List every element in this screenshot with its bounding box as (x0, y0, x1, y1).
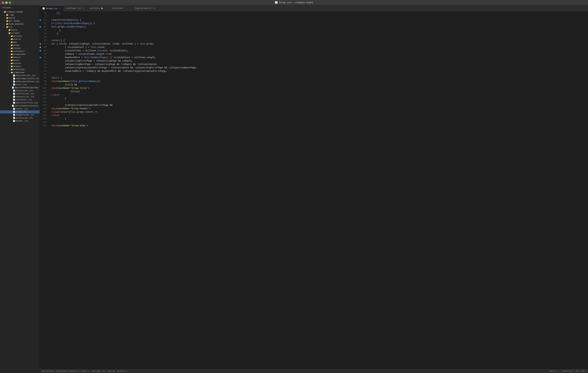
line-number-82: 82 (40, 25, 48, 29)
tree-arrow-organisms: ▾ (8, 72, 10, 74)
tree-item-collection[interactable]: 📄Collection.jsx (0, 89, 40, 92)
code-line-102: </div> (51, 93, 588, 97)
tree-item-editorcontrol[interactable]: 📄EditorControls.jsx (0, 101, 40, 104)
tree-item-container[interactable]: 📄Container.jsx (0, 98, 40, 101)
line-number-88: 88 (40, 46, 48, 49)
tree-item-footer[interactable]: 📄Footer.jsx (0, 107, 40, 110)
line-number-92: 92 (40, 59, 48, 63)
editor-content[interactable]: 7879808182838485868788899091929394959697… (40, 11, 588, 369)
tab-close-button[interactable]: × (83, 7, 84, 10)
tree-item-api[interactable]: ▸📁api (0, 41, 40, 44)
tree-arrow-modals: ▸ (8, 65, 10, 68)
tree-item-githooks[interactable]: ▸📁git-hooks (0, 20, 40, 22)
tree-item-actions[interactable]: ▸📁actions (0, 35, 40, 38)
code-line-86: render() { (51, 39, 588, 42)
line-number-89: 89 (40, 49, 48, 52)
tree-item-contactlist[interactable]: 📄ContactList.jsx (0, 95, 40, 98)
tree-arrow-scripts: ▾ (5, 32, 8, 34)
tree-item-tmp[interactable]: ▸📁.tmp (0, 13, 40, 16)
tab-untitled2[interactable]: untitled (110, 5, 132, 11)
tree-item-fonts[interactable]: ▸📁fonts (0, 29, 40, 32)
tab-group[interactable]: ⬜Group.jsx× (40, 5, 63, 11)
code-content[interactable]: }); componentDidUpdate() { if (this.shou… (50, 11, 588, 369)
folder-icon: 📁 (6, 26, 9, 28)
code-line-105: {isExpectingInvalidatedFirstPage && (51, 104, 588, 107)
tree-label-build: build (9, 17, 15, 19)
tree-item-mixins[interactable]: ▸📁mixins (0, 62, 40, 65)
tree-item-chunks[interactable]: ▸📁chunks (0, 47, 40, 50)
line-number-84: 84 (40, 32, 48, 35)
tree-item-scripts[interactable]: ▾📁scripts (0, 32, 40, 35)
tree-item-hosts[interactable]: ▸📁hosts (0, 59, 40, 62)
line-dot (40, 43, 41, 45)
folder-icon: 📁 (10, 59, 13, 62)
line-number-108: 108 (40, 114, 48, 117)
tree-item-navbar[interactable]: 📄NavBar.jsx (0, 119, 40, 123)
tree-item-modals[interactable]: ▸📁modals (0, 65, 40, 68)
tree-item-alert[interactable]: 📄Alert.jsx (0, 83, 40, 86)
line-number-94: 94 (40, 66, 48, 70)
tree-item-invitelist[interactable]: 📄InviteList.jsx (0, 116, 40, 119)
code-line-84: }, (51, 32, 588, 35)
code-line-109: } (51, 117, 588, 121)
tree-item-molecules[interactable]: ▸📁molecules (0, 68, 40, 71)
tree-item-colorpicker[interactable]: 📄ColorPicker.jsx (0, 92, 40, 95)
tree-item-nodemodules[interactable]: ▸📁node_modules (0, 22, 40, 26)
tree-item-editor[interactable]: ▸📁editor (0, 56, 40, 59)
tree-item-dispatcher[interactable]: ▸📁dispatcher (0, 53, 40, 56)
tree-item-build[interactable]: ▸📁build (0, 16, 40, 20)
file-icon-editorrequest: 📄 (11, 105, 14, 107)
tab-userpage[interactable]: UserPage.jsx× (63, 5, 87, 11)
line-number-98: 98 (40, 80, 48, 83)
tree-arrow-githooks: ▸ (3, 20, 6, 22)
folder-icon: 📁 (8, 29, 11, 31)
file-icon-aboutsection: 📄 (12, 74, 16, 77)
minimize-button[interactable] (5, 1, 8, 4)
tab-untitled1[interactable]: untitled (87, 5, 110, 11)
folder-icon: 📁 (10, 41, 13, 43)
code-line-85 (51, 35, 588, 39)
tree-label-hosts: hosts (13, 59, 20, 62)
tab-label: PaginatedList.js (135, 7, 155, 10)
tree-item-constants[interactable]: ▸📁constants (0, 50, 40, 53)
tree-arrow-hosts: ▸ (8, 60, 10, 62)
tree-item-atoms[interactable]: ▸📁atoms (0, 44, 40, 47)
tree-item-alerts[interactable]: ▸📁alerts (0, 38, 40, 41)
close-button[interactable] (2, 1, 4, 4)
tree-item-addstampstozi[interactable]: 📄AddStampsToZine.jsx (0, 77, 40, 80)
file-icon-footer: 📄 (12, 108, 16, 110)
editor-area: ⬜Group.jsx×UserPage.jsx×untitleduntitled… (40, 5, 588, 373)
tree-label-stampsy: stampsy-alpha (6, 11, 23, 13)
folder-icon: 📁 (6, 17, 9, 19)
tree-arrow-src: ▾ (3, 26, 6, 28)
line-number-83: 83 (40, 29, 48, 32)
tree-item-editorrequest[interactable]: 📄EditorRequestInvite.jsx (0, 104, 40, 107)
tree-arrow-constants: ▸ (8, 50, 10, 52)
tree-item-imagepicker[interactable]: 📄ImagePicker.jsx (0, 114, 40, 116)
file-icon-imagepicker: 📄 (12, 114, 16, 116)
folder-icon: 📁 (8, 32, 11, 34)
tree-label-atoms: atoms (13, 44, 20, 46)
line-numbers: 7879808182838485868788899091929394959697… (40, 11, 50, 369)
tab-paginatedlist[interactable]: PaginatedList.js (132, 5, 158, 11)
tree-label-dispatcher: dispatcher (13, 53, 26, 55)
tree-item-group[interactable]: 📄Group.jsx (0, 110, 40, 114)
tree-item-aboutsection[interactable]: 📄AboutSection.jsx (0, 74, 40, 77)
code-line-95: showLoadMore = !isEmpty && mayHaveMore &… (51, 70, 588, 73)
code-line-96 (51, 73, 588, 76)
tree-arrow-stampsy: ▾ (1, 11, 3, 13)
status-bar: git branch: invalidate-spinner-2, index:… (40, 369, 588, 373)
tree-label-group: Group.jsx (16, 111, 27, 113)
tab-close-button[interactable]: × (59, 7, 60, 10)
maximize-button[interactable] (9, 1, 11, 4)
tree-item-addstamptoze[interactable]: 📄AddStampToZines.jsx (0, 80, 40, 83)
tab-icon: ⬜ (42, 7, 45, 10)
tree-item-organisms[interactable]: ▾📁organisms (0, 71, 40, 74)
tree-item-stampsy[interactable]: ▾📁stampsy-alpha (0, 10, 40, 13)
sidebar-header: FOLDERS (0, 5, 40, 10)
tree-item-approvependin[interactable]: 📄ApprovePendingStamp.jsx (0, 86, 40, 89)
tree-item-src[interactable]: ▾📁src (0, 26, 40, 29)
code-line-92: isExpectingFirstPage = isExpectingPage &… (51, 59, 588, 63)
code-line-88: { visibleCount } = this.state, (51, 46, 588, 49)
tree-label-navbar: NavBar.jsx (16, 120, 28, 122)
